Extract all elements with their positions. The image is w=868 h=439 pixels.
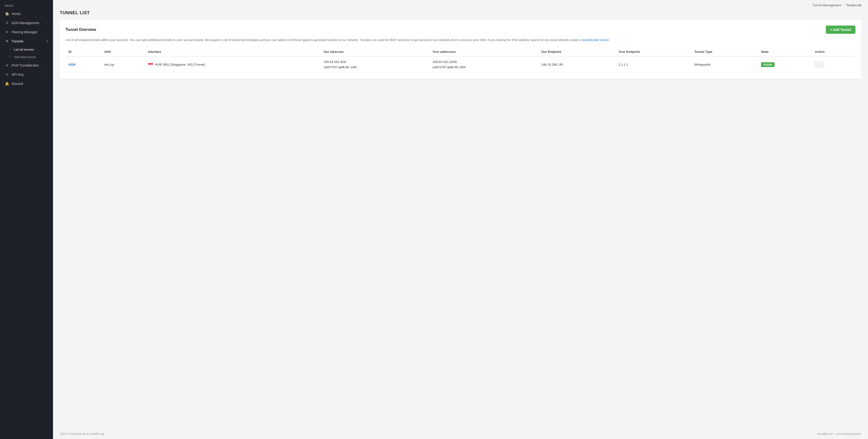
sidebar-item-asn-management[interactable]: ✳ ASN Management › — [0, 18, 53, 28]
col-id: ID — [66, 48, 101, 56]
home-icon: 🏠 — [5, 11, 9, 16]
your-address-1: 100.64.101.10/30 — [433, 59, 536, 65]
sidebar-item-label: Discord — [11, 82, 23, 86]
col-our-addresses: Our adresses — [321, 48, 430, 56]
sidebar-item-add-new-tunnel[interactable]: Add new tunnel — [0, 53, 53, 61]
asn-icon: ✳ — [5, 21, 9, 25]
footer: 2022 © transit64.net & route64.org trans… — [53, 429, 868, 439]
chevron-right-icon: › — [47, 30, 48, 34]
chevron-right-icon: › — [47, 21, 48, 25]
chevron-down-icon: ∨ — [46, 39, 48, 43]
sidebar-sub-item-label: List all tunnels — [14, 48, 34, 51]
tunnelbroker-link[interactable]: tunnelbroker tunnel. — [582, 38, 610, 42]
table-row: #229 sin1.sg HUB SIN1 [Singapore, SG] (T… — [66, 56, 856, 73]
chevron-right-icon: › — [47, 73, 48, 76]
card-header: Tunnel Overview + Add Tunnel — [66, 26, 856, 34]
cell-interface: HUB SIN1 [Singapore, SG] (Tunnel) — [145, 56, 321, 73]
sidebar-item-list-all-tunnels[interactable]: List all tunnels — [0, 46, 53, 53]
sidebar-item-tunnels[interactable]: ✳ Tunnels ∨ — [0, 37, 53, 46]
sidebar-item-label: Tunnels — [11, 39, 23, 43]
sidebar-item-label: API Key — [11, 72, 24, 77]
sidebar: MENU 🏠 Home ✳ ASN Management › ✳ Peering… — [0, 0, 53, 439]
sidebar-sub-item-label: Add new tunnel — [14, 55, 36, 59]
description-text: List of all created tunnels within your … — [66, 38, 582, 42]
tunnels-icon: ✳ — [5, 39, 9, 43]
table-body: #229 sin1.sg HUB SIN1 [Singapore, SG] (T… — [66, 56, 856, 73]
ipv6-icon: ✳ — [5, 63, 9, 67]
sidebar-item-peering-manager[interactable]: ✳ Peering Manager › — [0, 28, 53, 37]
add-tunnel-button[interactable]: + Add Tunnel — [826, 26, 856, 34]
api-key-icon: ✳ — [5, 72, 9, 77]
sidebar-item-api-key[interactable]: ✳ API Key › — [0, 70, 53, 79]
sidebar-item-label: Home — [11, 12, 21, 16]
cell-id: #229 — [66, 56, 101, 73]
cell-action: ... — [812, 56, 856, 73]
sidebar-item-label: ASN Management — [11, 21, 39, 25]
col-your-addresses: Your addresses — [430, 48, 538, 56]
cell-state: Active — [758, 56, 812, 73]
col-your-endpoint: Your Endpoint — [616, 48, 691, 56]
col-our-endpoint: Our Endpoint — [538, 48, 616, 56]
breadcrumb-parent[interactable]: Tunnel Management — [813, 3, 841, 7]
sg-flag-icon — [148, 63, 153, 66]
peering-icon: ✳ — [5, 30, 9, 34]
col-action: Action — [812, 48, 856, 56]
chevron-right-icon: › — [47, 64, 48, 67]
breadcrumb-current: Tunnel List — [846, 3, 861, 7]
card-title: Tunnel Overview — [66, 28, 96, 32]
footer-left: 2022 © transit64.net & route64.org — [60, 432, 104, 436]
discord-icon: 🔔 — [5, 82, 9, 86]
cell-our-endpoint: 146.19.196.145 — [538, 56, 616, 73]
page-title: TUNNEL LIST — [60, 10, 861, 16]
breadcrumb: Tunnel Management › Tunnel List — [813, 3, 861, 7]
cell-your-endpoint: 1.1.1.1 — [616, 56, 691, 73]
col-tunnel-type: Tunnel Type — [691, 48, 758, 56]
tunnel-overview-card: Tunnel Overview + Add Tunnel List of all… — [60, 20, 861, 79]
cell-tunnel-type: Wireguard4 — [691, 56, 758, 73]
sidebar-menu-label: MENU — [0, 0, 53, 9]
tunnel-description: List of all created tunnels within your … — [66, 38, 856, 43]
our-address-2: 2a0f:5707:abf8:48::1/64 — [323, 65, 427, 70]
sidebar-item-discord[interactable]: 🔔 Discord — [0, 79, 53, 88]
dash-icon — [9, 57, 11, 57]
main-content: Tunnel Management › Tunnel List TUNNEL L… — [53, 0, 868, 439]
footer-right: transit64.net - your transit provider — [817, 432, 861, 436]
your-address-2: 2a0f:5707:abf8:48::2/64 — [433, 65, 536, 70]
sidebar-item-label: IPv6 Tunnelbroker — [11, 63, 39, 67]
table-header: ID ASN Interface Our adresses Your addre… — [66, 48, 856, 56]
interface-label: HUB SIN1 [Singapore, SG] (Tunnel) — [155, 63, 205, 66]
our-address-1: 100.64.101.9/30 — [323, 59, 427, 65]
tunnel-id-link[interactable]: #229 — [68, 63, 75, 66]
content-area: TUNNEL LIST Tunnel Overview + Add Tunnel… — [53, 10, 868, 429]
tunnel-table: ID ASN Interface Our adresses Your addre… — [66, 48, 856, 73]
cell-your-addresses: 100.64.101.10/30 2a0f:5707:abf8:48::2/64 — [430, 56, 538, 73]
cell-our-addresses: 100.64.101.9/30 2a0f:5707:abf8:48::1/64 — [321, 56, 430, 73]
status-badge: Active — [761, 62, 775, 67]
breadcrumb-separator: › — [843, 3, 844, 7]
sidebar-item-ipv6-tunnelbroker[interactable]: ✳ IPv6 Tunnelbroker › — [0, 61, 53, 70]
sidebar-item-home[interactable]: 🏠 Home — [0, 9, 53, 18]
row-action-button[interactable]: ... — [815, 61, 825, 67]
top-bar: Tunnel Management › Tunnel List — [53, 0, 868, 10]
col-asn: ASN — [101, 48, 145, 56]
col-interface: Interface — [145, 48, 321, 56]
cell-asn: sin1.sg — [101, 56, 145, 73]
col-state: State — [758, 48, 812, 56]
sidebar-item-label: Peering Manager — [11, 30, 37, 34]
